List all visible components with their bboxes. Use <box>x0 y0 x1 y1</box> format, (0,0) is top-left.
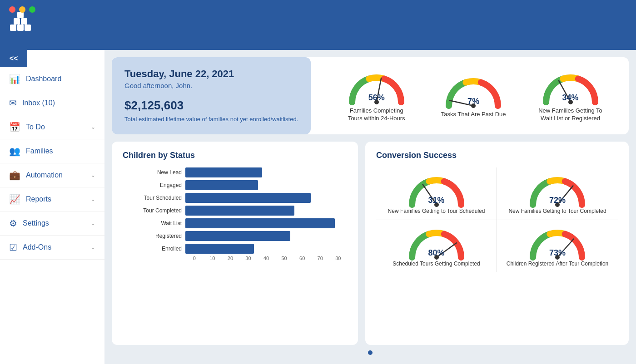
sidebar-label-settings: Settings <box>23 219 49 227</box>
sidebar-label-inbox: Inbox (10) <box>22 99 55 107</box>
sidebar-icon-inbox: ✉ <box>9 98 17 108</box>
axis-label: 50 <box>275 256 293 261</box>
conv-gauge-svg-registered-after: 73% <box>528 225 587 259</box>
bar-chart-row: Wait List <box>123 218 347 228</box>
bar-label: Tour Scheduled <box>123 195 182 201</box>
bar-label: New Lead <box>123 169 182 176</box>
bar-chart-row: Registered <box>123 231 347 241</box>
bar-track <box>185 193 347 203</box>
bar-chart-row: New Lead <box>123 167 347 177</box>
sidebar-label-automation: Automation <box>26 171 63 179</box>
sidebar-label-reports: Reports <box>26 195 51 203</box>
children-chart-card: Children by Status New Lead Engaged Tour… <box>112 142 358 345</box>
bar-fill <box>185 206 294 216</box>
axis-label: 10 <box>204 256 222 261</box>
bottom-section: Children by Status New Lead Engaged Tour… <box>112 142 629 345</box>
children-chart-title: Children by Status <box>123 151 347 160</box>
conv-label-scheduled-completed: Scheduled Tours Getting Completed <box>393 261 480 268</box>
gauge-label-tasks-past-due: Tasks That Are Past Due <box>441 111 506 118</box>
sidebar-item-automation[interactable]: 💼 Automation ⌄ <box>0 163 104 187</box>
svg-rect-1 <box>17 25 24 31</box>
gauge-families-completing-tours: 56% Families Completing Tours within 24-… <box>343 69 411 123</box>
maximize-button[interactable] <box>29 6 35 13</box>
conversion-card: Conversion Success 31% New Families Gett… <box>365 142 629 345</box>
axis-label: 30 <box>239 256 258 261</box>
axis-label: 70 <box>311 256 329 261</box>
conv-gauge-percent-registered-after: 73% <box>549 248 566 258</box>
gauge-new-families-waitlist: 34% New Families Getting To Wait List or… <box>537 69 605 123</box>
conv-gauge-svg-tour-scheduled: 31% <box>407 172 466 206</box>
sidebar-item-todo[interactable]: 📅 To Do ⌄ <box>0 115 104 139</box>
axis-label: 80 <box>329 256 348 261</box>
gauge-svg-tasks-past-due: 7% <box>444 73 503 107</box>
conversion-cell-tour-completed: 72% New Families Getting to Tour Complet… <box>497 167 618 220</box>
chevron-icon-automation: ⌄ <box>91 172 95 178</box>
sidebar-item-reports[interactable]: 📈 Reports ⌄ <box>0 187 104 212</box>
conv-gauge-percent-tour-completed: 72% <box>549 196 566 205</box>
bar-track <box>185 244 347 254</box>
svg-rect-2 <box>25 25 31 31</box>
sidebar-icon-dashboard: 📊 <box>9 74 20 84</box>
conv-label-tour-completed: New Families Getting to Tour Completed <box>508 208 606 215</box>
conversion-grid: 31% New Families Getting to Tour Schedul… <box>376 167 618 272</box>
gauge-svg-families-completing-tours: 56% <box>347 69 406 103</box>
conv-gauge-percent-tour-scheduled: 31% <box>428 196 444 205</box>
bar-fill <box>185 167 262 177</box>
sidebar-label-addons: Add-Ons <box>23 243 51 251</box>
sidebar-item-left-reports: 📈 Reports <box>9 194 51 205</box>
welcome-card: Tuesday, June 22, 2021 Good afternoon, J… <box>112 57 311 134</box>
top-section: Tuesday, June 22, 2021 Good afternoon, J… <box>112 57 629 134</box>
conv-label-registered-after: Children Registered After Tour Completio… <box>507 261 609 268</box>
bar-track <box>185 180 347 190</box>
conversion-cell-registered-after: 73% Children Registered After Tour Compl… <box>497 220 618 272</box>
bar-chart-row: Engaged <box>123 180 347 190</box>
sidebar-item-left-inbox: ✉ Inbox (10) <box>9 98 55 108</box>
bar-label: Engaged <box>123 182 182 188</box>
sidebar-item-inbox[interactable]: ✉ Inbox (10) <box>0 91 104 115</box>
bar-axis: 01020304050607080 <box>185 256 347 261</box>
axis-label: 40 <box>257 256 275 261</box>
bar-fill <box>185 193 311 203</box>
minimize-button[interactable] <box>19 6 25 13</box>
sidebar-item-dashboard[interactable]: 📊 Dashboard <box>0 67 104 91</box>
axis-label: 60 <box>293 256 311 261</box>
close-button[interactable] <box>9 6 15 13</box>
window-controls <box>9 6 35 13</box>
main-layout: << 📊 Dashboard ✉ Inbox (10) 📅 To Do ⌄ 👥 … <box>0 50 636 364</box>
welcome-value: $2,125,603 <box>124 98 298 113</box>
chevron-icon-addons: ⌄ <box>91 244 95 251</box>
bar-chart-row: Tour Completed <box>123 206 347 216</box>
sidebar-item-left-families: 👥 Families <box>9 146 53 157</box>
pagination <box>112 349 629 357</box>
bar-fill <box>185 218 335 228</box>
sidebar-item-left-automation: 💼 Automation <box>9 170 63 181</box>
axis-label: 20 <box>221 256 239 261</box>
sidebar-icon-todo: 📅 <box>9 122 20 133</box>
gauge-svg-new-families-waitlist: 34% <box>541 69 600 103</box>
gauge-label-new-families-waitlist: New Families Getting To Wait List or Reg… <box>537 107 605 123</box>
sidebar-item-families[interactable]: 👥 Families <box>0 139 104 163</box>
sidebar-item-addons[interactable]: ☑ Add-Ons ⌄ <box>0 236 104 260</box>
svg-rect-0 <box>10 25 16 31</box>
svg-rect-3 <box>14 18 20 25</box>
bar-fill <box>185 231 290 241</box>
gauge-tasks-past-due: 7% Tasks That Are Past Due <box>441 73 506 118</box>
sidebar-icon-settings: ⚙ <box>9 218 17 229</box>
sidebar-item-settings[interactable]: ⚙ Settings ⌄ <box>0 212 104 236</box>
conversion-title: Conversion Success <box>376 151 618 160</box>
sidebar-icon-addons: ☑ <box>9 242 17 253</box>
conv-gauge-svg-tour-completed: 72% <box>528 172 587 206</box>
conv-label-tour-scheduled: New Families Getting to Tour Scheduled <box>388 208 485 215</box>
sidebar-item-left-addons: ☑ Add-Ons <box>9 242 51 253</box>
bar-chart-row: Tour Scheduled <box>123 193 347 203</box>
bar-label: Registered <box>123 233 182 239</box>
bar-chart-row: Enrolled <box>123 244 347 254</box>
chevron-icon-settings: ⌄ <box>91 220 95 226</box>
sidebar-collapse-button[interactable]: << <box>0 50 27 67</box>
bar-track <box>185 231 347 241</box>
sidebar-label-families: Families <box>26 147 53 155</box>
page-dot <box>368 350 373 355</box>
bar-chart: New Lead Engaged Tour Scheduled Tour Com… <box>123 167 347 254</box>
conversion-cell-scheduled-completed: 80% Scheduled Tours Getting Completed <box>376 220 497 272</box>
bar-track <box>185 218 347 228</box>
